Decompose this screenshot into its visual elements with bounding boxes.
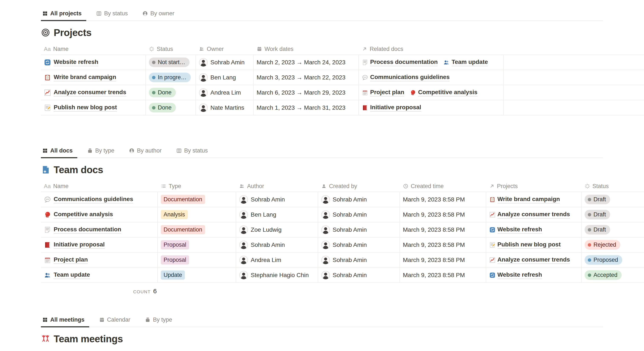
column-header-type[interactable]: Type [158,183,236,190]
page-link[interactable]: Analyze consumer trends [489,211,570,218]
column-header-created-by[interactable]: Created by [318,183,400,190]
column-header-work-dates[interactable]: Work dates [254,46,359,52]
work-dates-cell[interactable]: March 1, 2023 → March 31, 2023 [254,100,359,115]
page-link[interactable]: Write brand campaign [54,74,116,81]
owner-cell[interactable]: Ben Lang [196,70,254,85]
created-time-cell[interactable]: March 9, 2023 8:58 PM [400,222,486,237]
author-cell[interactable]: Sohrab Amin [236,238,318,252]
status-badge: Done [149,103,176,112]
tab-by-status[interactable]: By status [175,145,218,158]
page-link[interactable]: Publish new blog post [489,241,561,249]
status-dot-icon [588,228,591,232]
column-header-name[interactable]: Aa Name [41,183,158,190]
status-cell[interactable]: Rejected [582,238,644,252]
created-by-cell[interactable]: Sohrab Amin [318,207,400,222]
tab-by-status[interactable]: By status [95,8,138,20]
page-link[interactable]: Process documentation [54,226,121,234]
projects-title-row: Projects [41,27,644,38]
tab-by-type[interactable]: By type [144,314,182,327]
tab-calendar[interactable]: Calendar [98,314,141,327]
page-link[interactable]: Competitive analysis [410,89,478,96]
page-link[interactable]: Team update [443,58,488,66]
page-link[interactable]: Team update [54,271,90,279]
created-time-cell[interactable]: March 9, 2023 8:58 PM [400,238,486,252]
column-header-related-docs[interactable]: Related docs [359,46,504,52]
page-link[interactable]: Project plan [362,89,404,96]
page-link[interactable]: Project plan [54,256,88,264]
page-link[interactable]: Analyze consumer trends [489,256,570,264]
created-by-cell[interactable]: Sohrab Amin [318,252,400,267]
status-cell[interactable]: Draft [582,222,644,237]
status-cell[interactable]: Not start… [146,55,196,70]
work-dates-cell[interactable]: March 2, 2023 → March 24, 2023 [254,55,359,70]
work-dates-cell[interactable]: March 3, 2023 → March 22, 2023 [254,70,359,85]
type-cell[interactable]: Proposal [158,252,236,267]
page-link[interactable]: Website refresh [489,226,542,234]
page-link[interactable]: Publish new blog post [54,104,117,112]
clipboard-icon [44,74,51,81]
avatar [239,240,248,250]
author-cell[interactable]: Zoe Ludwig [236,222,318,237]
created-time-cell[interactable]: March 9, 2023 8:58 PM [400,268,486,282]
author-cell[interactable]: Stephanie Hagio Chin [236,268,318,282]
column-header-name[interactable]: Aa Name [41,46,146,52]
column-header-author[interactable]: Author [236,183,318,190]
tab-all-meetings[interactable]: All meetings [41,314,95,327]
created-by-cell[interactable]: Sohrab Amin [318,268,400,282]
status-cell[interactable]: Done [146,85,196,100]
page-link[interactable]: Process documentation [362,58,438,66]
related-docs-cell: Communications guidelines [359,70,504,85]
tab-label: All docs [50,148,72,154]
status-cell[interactable]: Draft [582,192,644,207]
tab-label: By type [153,316,172,323]
column-header-created-time[interactable]: Created time [400,183,486,190]
page-link[interactable]: Website refresh [54,58,98,66]
created-by-cell[interactable]: Sohrab Amin [318,222,400,237]
column-header-status[interactable]: Status [582,183,644,190]
author-cell[interactable]: Ben Lang [236,207,318,222]
type-cell[interactable]: Proposal [158,238,236,252]
owner-cell[interactable]: Sohrab Amin [196,55,254,70]
author-cell[interactable]: Sohrab Amin [236,192,318,207]
page-link[interactable]: Competitive analysis [54,211,113,218]
type-cell[interactable]: Update [158,268,236,282]
status-cell[interactable]: Proposed [582,252,644,267]
page-link[interactable]: Communications guidelines [54,196,133,204]
column-header-status[interactable]: Status [146,46,196,52]
created-time-cell[interactable]: March 9, 2023 8:58 PM [400,207,486,222]
status-dot-icon [588,198,591,201]
work-dates-cell[interactable]: March 6, 2023 → March 29, 2023 [254,85,359,100]
author-cell[interactable]: Andrea Lim [236,252,318,267]
type-cell[interactable]: Analysis [158,207,236,222]
status-cell[interactable]: Done [146,100,196,115]
status-cell[interactable]: Accepted [582,268,644,282]
page-link[interactable]: Initiative proposal [362,104,421,112]
tab-by-author[interactable]: By author [128,145,172,158]
status-cell[interactable]: In progre… [146,70,196,85]
column-header-projects[interactable]: Projects [486,183,582,190]
count-aggregate[interactable]: COUNT6 [41,288,162,295]
page-link[interactable]: Communications guidelines [362,74,450,81]
owner-cell[interactable]: Andrea Lim [196,85,254,100]
page-link[interactable]: Write brand campaign [489,196,560,204]
tab-all-docs[interactable]: All docs [41,145,83,158]
owner-cell[interactable]: Nate Martins [196,100,254,115]
tab-by-type[interactable]: By type [86,145,124,158]
chart-up-icon [44,89,51,96]
status-cell[interactable]: Draft [582,207,644,222]
clipboard-icon [489,196,496,203]
avatar [321,210,330,219]
tab-all-projects[interactable]: All projects [41,8,92,20]
page-link[interactable]: Initiative proposal [54,241,105,249]
tab-by-owner[interactable]: By owner [141,8,185,20]
created-time-cell[interactable]: March 9, 2023 8:58 PM [400,192,486,207]
created-time-cell[interactable]: March 9, 2023 8:58 PM [400,252,486,267]
created-by-cell[interactable]: Sohrab Amin [318,238,400,252]
created-by-cell[interactable]: Sohrab Amin [318,192,400,207]
page-link[interactable]: Analyze consumer trends [54,89,126,96]
type-cell[interactable]: Documentation [158,222,236,237]
column-header-owner[interactable]: Owner [196,46,254,52]
page-link[interactable]: Website refresh [489,271,542,279]
type-cell[interactable]: Documentation [158,192,236,207]
database-icon [145,317,150,323]
